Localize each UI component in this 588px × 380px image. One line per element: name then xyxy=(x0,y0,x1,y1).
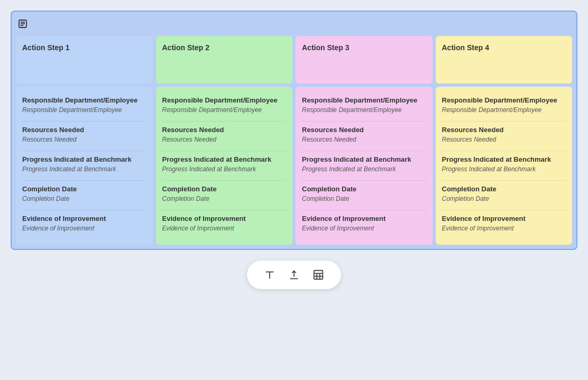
field-label-col3-0: Responsible Department/Employee xyxy=(302,96,426,104)
field-block-col2-1: Resources NeededResources Needed xyxy=(162,122,287,151)
column-body-col4: Responsible Department/EmployeeResponsib… xyxy=(436,87,573,245)
column-body-col3: Responsible Department/EmployeeResponsib… xyxy=(296,87,433,245)
field-label-col4-2: Progress Indicated at Benchmark xyxy=(442,155,566,163)
field-label-col1-4: Evidence of Improvement xyxy=(22,215,146,223)
column-col2: Action Step 2Responsible Department/Empl… xyxy=(156,36,293,245)
field-value-col3-3: Completion Date xyxy=(302,195,426,206)
action-step-header-1: Action Step 1 xyxy=(16,36,153,84)
field-label-col3-1: Resources Needed xyxy=(302,126,426,134)
field-value-col1-2: Progress Indicated at Benchmark xyxy=(22,165,146,176)
field-value-col2-0: Responsible Department/Employee xyxy=(162,106,287,117)
field-label-col2-2: Progress Indicated at Benchmark xyxy=(162,155,287,163)
field-value-col1-1: Resources Needed xyxy=(22,136,146,146)
field-label-col1-2: Progress Indicated at Benchmark xyxy=(22,155,146,163)
field-label-col2-1: Resources Needed xyxy=(162,126,287,134)
field-value-col3-2: Progress Indicated at Benchmark xyxy=(302,165,426,176)
field-value-col1-0: Responsible Department/Employee xyxy=(22,106,146,117)
field-block-col1-2: Progress Indicated at BenchmarkProgress … xyxy=(22,151,146,181)
field-label-col1-0: Responsible Department/Employee xyxy=(22,96,146,104)
column-body-col1: Responsible Department/EmployeeResponsib… xyxy=(16,87,153,245)
field-block-col3-3: Completion DateCompletion Date xyxy=(302,181,426,210)
column-col1: Action Step 1Responsible Department/Empl… xyxy=(16,36,153,245)
column-col3: Action Step 3Responsible Department/Empl… xyxy=(296,36,433,245)
field-value-col2-2: Progress Indicated at Benchmark xyxy=(162,165,287,176)
field-label-col2-0: Responsible Department/Employee xyxy=(162,96,287,104)
field-value-col1-4: Evidence of Improvement xyxy=(22,225,146,235)
table-tool-button[interactable] xyxy=(310,267,326,283)
field-block-col4-3: Completion DateCompletion Date xyxy=(442,181,566,210)
field-label-col3-3: Completion Date xyxy=(302,185,426,193)
field-label-col2-4: Evidence of Improvement xyxy=(162,215,287,223)
field-label-col1-3: Completion Date xyxy=(22,185,146,193)
field-block-col2-0: Responsible Department/EmployeeResponsib… xyxy=(162,92,287,122)
field-value-col3-0: Responsible Department/Employee xyxy=(302,106,426,117)
field-value-col3-4: Evidence of Improvement xyxy=(302,225,426,235)
field-block-col2-3: Completion DateCompletion Date xyxy=(162,181,287,210)
toolbar xyxy=(247,261,341,289)
field-label-col1-1: Resources Needed xyxy=(22,126,146,134)
field-block-col4-4: Evidence of ImprovementEvidence of Impro… xyxy=(442,210,566,239)
field-label-col4-4: Evidence of Improvement xyxy=(442,215,566,223)
field-value-col3-1: Resources Needed xyxy=(302,136,426,146)
field-block-col4-0: Responsible Department/EmployeeResponsib… xyxy=(442,92,566,122)
field-block-col1-0: Responsible Department/EmployeeResponsib… xyxy=(22,92,146,122)
goal-icon xyxy=(18,19,27,31)
action-step-header-4: Action Step 4 xyxy=(436,36,573,84)
field-block-col3-4: Evidence of ImprovementEvidence of Impro… xyxy=(302,210,426,239)
field-label-col4-1: Resources Needed xyxy=(442,126,566,134)
field-value-col2-4: Evidence of Improvement xyxy=(162,225,287,235)
field-block-col2-2: Progress Indicated at BenchmarkProgress … xyxy=(162,151,287,181)
field-block-col1-1: Resources NeededResources Needed xyxy=(22,122,146,151)
field-label-col3-2: Progress Indicated at Benchmark xyxy=(302,155,426,163)
field-block-col4-1: Resources NeededResources Needed xyxy=(442,122,566,151)
field-label-col3-4: Evidence of Improvement xyxy=(302,215,426,223)
action-step-header-3: Action Step 3 xyxy=(296,36,433,84)
column-body-col2: Responsible Department/EmployeeResponsib… xyxy=(156,87,293,245)
field-block-col1-4: Evidence of ImprovementEvidence of Impro… xyxy=(22,210,146,239)
field-block-col3-0: Responsible Department/EmployeeResponsib… xyxy=(302,92,426,122)
column-col4: Action Step 4Responsible Department/Empl… xyxy=(436,36,573,245)
field-label-col2-3: Completion Date xyxy=(162,185,287,193)
field-value-col4-0: Responsible Department/Employee xyxy=(442,106,566,117)
field-value-col2-3: Completion Date xyxy=(162,195,287,206)
svg-rect-8 xyxy=(314,271,323,280)
field-value-col4-1: Resources Needed xyxy=(442,136,566,146)
goal-header xyxy=(16,16,572,36)
text-tool-button[interactable] xyxy=(262,267,278,283)
field-value-col2-1: Resources Needed xyxy=(162,136,287,146)
field-label-col4-0: Responsible Department/Employee xyxy=(442,96,566,104)
field-block-col2-4: Evidence of ImprovementEvidence of Impro… xyxy=(162,210,287,239)
field-block-col4-2: Progress Indicated at BenchmarkProgress … xyxy=(442,151,566,181)
field-label-col4-3: Completion Date xyxy=(442,185,566,193)
columns-grid: Action Step 1Responsible Department/Empl… xyxy=(16,36,572,245)
action-step-header-2: Action Step 2 xyxy=(156,36,293,84)
field-value-col4-4: Evidence of Improvement xyxy=(442,225,566,235)
field-block-col1-3: Completion DateCompletion Date xyxy=(22,181,146,210)
upload-button[interactable] xyxy=(286,267,302,283)
field-value-col4-2: Progress Indicated at Benchmark xyxy=(442,165,566,176)
field-value-col4-3: Completion Date xyxy=(442,195,566,206)
field-block-col3-2: Progress Indicated at BenchmarkProgress … xyxy=(302,151,426,181)
field-value-col1-3: Completion Date xyxy=(22,195,146,206)
field-block-col3-1: Resources NeededResources Needed xyxy=(302,122,426,151)
main-container: Action Step 1Responsible Department/Empl… xyxy=(11,11,577,250)
